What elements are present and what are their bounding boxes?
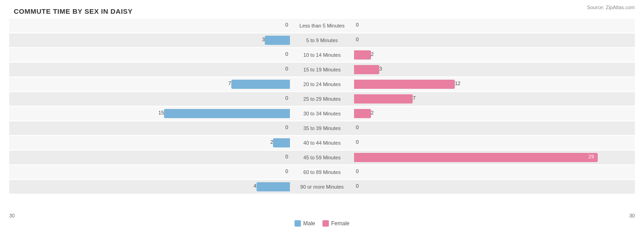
female-value: 0 (356, 125, 359, 130)
row-label: Less than 5 Minutes (290, 23, 354, 28)
female-color-box (322, 220, 329, 227)
row-label: 40 to 44 Minutes (290, 140, 354, 146)
male-value: 7 (229, 81, 231, 86)
female-value: 0 (356, 183, 359, 189)
female-value: 0 (356, 139, 359, 145)
table-row: 35 to 39 Minutes00 (9, 121, 635, 135)
female-value: 0 (356, 22, 359, 27)
axis-bottom: 30 30 (9, 211, 635, 218)
table-row: 30 to 34 Minutes152 (9, 107, 635, 120)
female-value: 7 (413, 95, 415, 101)
table-row: 90 or more Minutes40 (9, 180, 635, 194)
male-label: Male (303, 220, 315, 227)
bar-male (164, 109, 290, 118)
female-value: 2 (371, 51, 374, 57)
male-value: 0 (285, 66, 288, 71)
female-value: 29 (589, 154, 594, 159)
female-value: 2 (371, 110, 374, 115)
male-color-box (295, 220, 301, 227)
female-value: 0 (356, 168, 359, 174)
legend-male: Male (295, 220, 315, 227)
chart-title: COMMUTE TIME BY SEX IN DAISY (9, 5, 635, 17)
row-label: 10 to 14 Minutes (290, 52, 354, 58)
axis-min: 30 (9, 213, 15, 218)
bar-female (354, 50, 371, 60)
axis-max: 30 (629, 213, 635, 218)
male-value: 15 (158, 110, 164, 115)
male-value: 0 (285, 51, 288, 57)
male-value: 0 (285, 168, 288, 174)
row-label: 60 to 89 Minutes (290, 169, 354, 175)
table-row: 5 to 9 Minutes30 (9, 33, 635, 47)
male-value: 0 (285, 22, 288, 27)
bar-male (257, 182, 290, 191)
male-value: 0 (285, 125, 288, 130)
bar-female (354, 109, 371, 118)
bar-female (354, 94, 413, 103)
row-label: 15 to 19 Minutes (290, 67, 354, 72)
table-row: 10 to 14 Minutes02 (9, 48, 635, 62)
female-label: Female (331, 220, 349, 227)
table-row: 15 to 19 Minutes03 (9, 63, 635, 76)
female-value: 0 (356, 37, 359, 42)
legend-female: Female (322, 220, 349, 227)
table-row: 60 to 89 Minutes00 (9, 165, 635, 179)
male-value: 3 (262, 37, 265, 42)
chart-area: Less than 5 Minutes005 to 9 Minutes3010 … (9, 19, 635, 211)
bar-male (265, 36, 290, 45)
table-row: 20 to 24 Minutes712 (9, 77, 635, 91)
bar-male (273, 138, 290, 147)
row-label: 20 to 24 Minutes (290, 81, 354, 87)
table-row: Less than 5 Minutes00 (9, 19, 635, 33)
chart-container: COMMUTE TIME BY SEX IN DAISY Source: Zip… (0, 0, 644, 239)
male-value: 2 (270, 139, 273, 145)
table-row: 25 to 29 Minutes07 (9, 92, 635, 106)
bar-female (354, 153, 598, 162)
row-label: 5 to 9 Minutes (290, 38, 354, 43)
row-label: 35 to 39 Minutes (290, 125, 354, 131)
bar-female (354, 80, 455, 89)
male-value: 4 (254, 183, 257, 189)
table-row: 45 to 59 Minutes029 (9, 151, 635, 164)
row-label: 30 to 34 Minutes (290, 111, 354, 116)
row-label: 25 to 29 Minutes (290, 96, 354, 102)
bar-female (354, 65, 379, 74)
female-value: 3 (379, 66, 382, 71)
row-label: 45 to 59 Minutes (290, 155, 354, 160)
legend: Male Female (9, 220, 635, 227)
source-label: Source: ZipAtlas.com (587, 5, 635, 10)
row-label: 90 or more Minutes (290, 184, 354, 190)
male-value: 0 (285, 154, 288, 159)
table-row: 40 to 44 Minutes20 (9, 136, 635, 150)
female-value: 12 (455, 81, 460, 86)
male-value: 0 (285, 95, 288, 101)
bar-male (231, 80, 290, 89)
